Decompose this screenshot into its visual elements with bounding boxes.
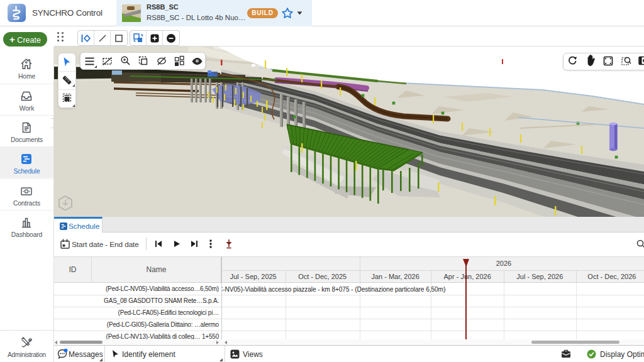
svg-text:js: js bbox=[66, 196, 69, 200]
